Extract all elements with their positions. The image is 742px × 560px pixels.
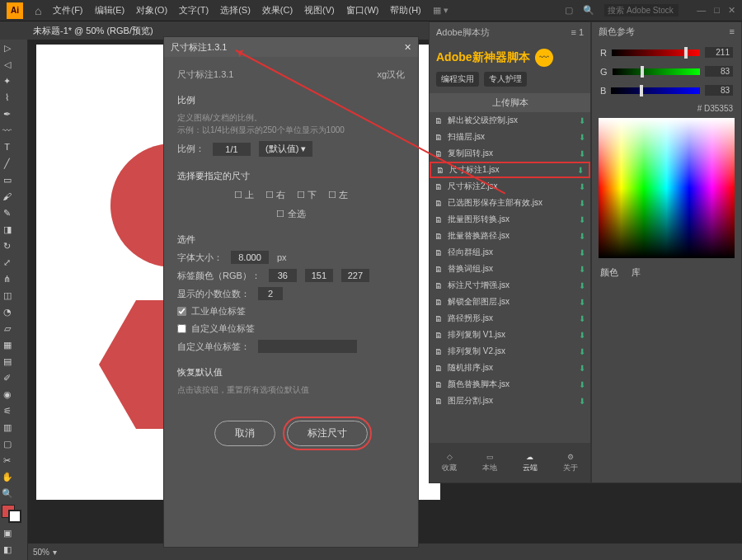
mesh-tool[interactable]: ▦ xyxy=(0,336,14,353)
nav-about[interactable]: ⚙关于 xyxy=(563,453,578,473)
screen-mode[interactable]: ▣ xyxy=(0,525,14,541)
script-item[interactable]: 🗎批量替换路径.jsx⬇ xyxy=(430,228,590,244)
color-swatch[interactable] xyxy=(0,505,25,525)
r-value[interactable]: 211 xyxy=(705,47,733,58)
menu-object[interactable]: 对象(O) xyxy=(136,4,167,16)
lasso-tool[interactable]: ⌇ xyxy=(0,89,14,106)
hex-value[interactable]: D35353 xyxy=(704,104,733,113)
eyedropper-tool[interactable]: ✐ xyxy=(0,369,14,386)
graph-tool[interactable]: ▥ xyxy=(0,419,14,435)
download-icon[interactable]: ⬇ xyxy=(579,182,585,191)
script-item[interactable]: 🗎随机排序.jsx⬇ xyxy=(430,360,590,376)
download-icon[interactable]: ⬇ xyxy=(579,133,585,142)
download-icon[interactable]: ⬇ xyxy=(579,364,585,373)
script-item[interactable]: 🗎路径拐形.jsx⬇ xyxy=(430,310,590,327)
curvature-tool[interactable]: 〰 xyxy=(0,122,14,139)
download-icon[interactable]: ⬇ xyxy=(579,116,585,125)
rgb-b-input[interactable] xyxy=(341,269,369,282)
search-icon[interactable]: 🔍 xyxy=(583,5,594,16)
script-item[interactable]: 🗎扫描层.jsx⬇ xyxy=(430,129,590,145)
layout-icon[interactable]: ▢ xyxy=(565,5,573,16)
script-item[interactable]: 🗎已选图形保存主部有效.jsx⬇ xyxy=(430,195,590,211)
industrial-unit-checkbox[interactable] xyxy=(177,307,186,316)
window-min[interactable]: — xyxy=(697,5,706,16)
download-icon[interactable]: ⬇ xyxy=(579,149,585,158)
custom-unit-checkbox[interactable] xyxy=(177,324,186,333)
artboard-tool[interactable]: ▢ xyxy=(0,435,14,452)
script-item[interactable]: 🗎排列复制 V2.jsx⬇ xyxy=(430,343,590,360)
menu-help[interactable]: 帮助(H) xyxy=(390,4,420,16)
b-slider[interactable] xyxy=(611,87,700,94)
nav-local[interactable]: ▭本地 xyxy=(482,453,497,473)
dialog-close-icon[interactable]: ✕ xyxy=(404,42,411,53)
menu-type[interactable]: 文字(T) xyxy=(179,4,209,16)
b-value[interactable]: 83 xyxy=(705,85,733,96)
rotate-tool[interactable]: ↻ xyxy=(0,238,14,254)
download-icon[interactable]: ⬇ xyxy=(579,232,585,241)
gradient-tool[interactable]: ▤ xyxy=(0,353,14,369)
scale-default-dropdown[interactable]: (默认值) ▾ xyxy=(259,141,312,157)
download-icon[interactable]: ⬇ xyxy=(579,298,585,307)
download-icon[interactable]: ⬇ xyxy=(579,199,585,208)
upload-script-bar[interactable]: 上传脚本 xyxy=(430,93,590,112)
g-slider[interactable] xyxy=(613,68,700,75)
dir-up[interactable]: ☐ 上 xyxy=(234,189,254,201)
shape-builder-tool[interactable]: ◔ xyxy=(0,304,14,320)
menu-effect[interactable]: 效果(C) xyxy=(262,4,293,16)
selection-tool[interactable]: ▷ xyxy=(0,40,14,56)
dir-left[interactable]: ☐ 左 xyxy=(328,189,348,201)
script-item[interactable]: 🗎解锁全部图层.jsx⬇ xyxy=(430,294,590,310)
home-icon[interactable]: ⌂ xyxy=(35,4,41,17)
zoom-tool[interactable]: 🔍 xyxy=(0,485,14,501)
color-guide-tab[interactable]: 颜色参考 xyxy=(599,26,635,38)
download-icon[interactable]: ⬇ xyxy=(579,380,585,389)
promo-tag-1[interactable]: 编程实用 xyxy=(436,72,479,87)
ok-button[interactable]: 标注尺寸 xyxy=(287,421,368,446)
script-item[interactable]: 🗎图层分割.jsx⬇ xyxy=(430,393,590,409)
line-tool[interactable]: ╱ xyxy=(0,155,14,172)
window-max[interactable]: □ xyxy=(714,5,720,16)
window-close[interactable]: ✕ xyxy=(728,5,735,16)
free-transform-tool[interactable]: ◫ xyxy=(0,287,14,304)
download-icon[interactable]: ⬇ xyxy=(579,314,585,323)
rectangle-tool[interactable]: ▭ xyxy=(0,172,14,188)
rgb-r-input[interactable] xyxy=(269,269,297,282)
r-slider[interactable] xyxy=(612,49,700,56)
script-item[interactable]: 🗎径向群组.jsx⬇ xyxy=(430,244,590,261)
color-foot-colors[interactable]: 颜色 xyxy=(600,266,618,279)
dir-down[interactable]: ☐ 下 xyxy=(297,189,317,201)
script-item[interactable]: 🗎批量图形转换.jsx⬇ xyxy=(430,211,590,228)
hand-tool[interactable]: ✋ xyxy=(0,468,14,485)
script-item[interactable]: 🗎解出被父级控制.jsx⬇ xyxy=(430,112,590,129)
magic-wand-tool[interactable]: ✦ xyxy=(0,73,14,89)
download-icon[interactable]: ⬇ xyxy=(579,265,585,274)
blend-tool[interactable]: ◉ xyxy=(0,386,14,402)
download-icon[interactable]: ⬇ xyxy=(579,281,585,290)
script-item[interactable]: 🗎尺寸标注2.jsx⬇ xyxy=(430,178,590,195)
slice-tool[interactable]: ✂ xyxy=(0,452,14,468)
download-icon[interactable]: ⬇ xyxy=(577,166,584,175)
decimals-input[interactable] xyxy=(258,287,283,300)
font-size-input[interactable] xyxy=(231,251,269,264)
dir-right[interactable]: ☐ 右 xyxy=(265,189,285,201)
menu-window[interactable]: 窗口(W) xyxy=(346,4,379,16)
color-foot-libraries[interactable]: 库 xyxy=(632,266,641,279)
nav-cloud[interactable]: ☁云端 xyxy=(523,453,538,473)
direct-select-tool[interactable]: ◁ xyxy=(0,56,14,73)
zoom-value[interactable]: 50% xyxy=(33,548,49,557)
nav-favorite[interactable]: ◇收藏 xyxy=(442,453,457,473)
script-item[interactable]: 🗎颜色替换脚本.jsx⬇ xyxy=(430,376,590,393)
custom-unit-input[interactable] xyxy=(258,340,357,353)
eraser-tool[interactable]: ◨ xyxy=(0,221,14,238)
download-icon[interactable]: ⬇ xyxy=(579,215,585,224)
color-spectrum[interactable] xyxy=(599,118,735,258)
download-icon[interactable]: ⬇ xyxy=(579,397,585,406)
width-tool[interactable]: ⋔ xyxy=(0,271,14,287)
symbol-sprayer-tool[interactable]: ⚟ xyxy=(0,402,14,419)
promo-tag-2[interactable]: 专人护理 xyxy=(484,72,527,87)
cancel-button[interactable]: 取消 xyxy=(214,421,275,446)
script-item[interactable]: 🗎标注尺寸增强.jsx⬇ xyxy=(430,277,590,294)
rgb-g-input[interactable] xyxy=(305,269,333,282)
g-value[interactable]: 83 xyxy=(705,66,733,77)
menu-file[interactable]: 文件(F) xyxy=(53,4,82,16)
